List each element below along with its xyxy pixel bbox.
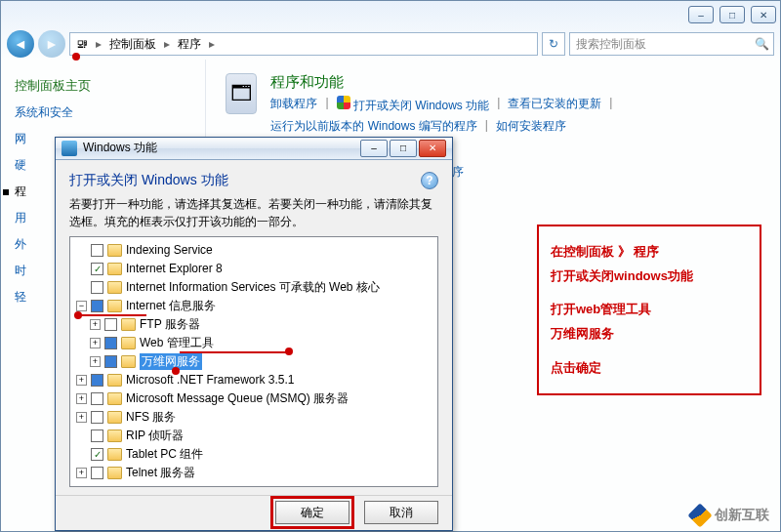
tree-node[interactable]: Tablet PC 组件 <box>72 445 435 464</box>
dialog-max-button[interactable]: □ <box>390 140 417 157</box>
tree-label: Internet 信息服务 <box>126 298 216 314</box>
checkbox[interactable] <box>91 244 103 257</box>
help-line: 点击确定 <box>551 356 748 381</box>
tree-label: Indexing Service <box>126 243 213 257</box>
checkbox[interactable] <box>104 355 117 368</box>
dialog-min-button[interactable]: – <box>360 140 388 157</box>
back-button[interactable]: ◄ <box>7 30 34 58</box>
tree-node[interactable]: +万维网服务 <box>72 352 435 371</box>
link-label: 打开或关闭 Windows 功能 <box>353 99 489 112</box>
checkbox[interactable] <box>91 300 103 312</box>
search-icon: 🔍 <box>755 37 769 51</box>
tree-node[interactable]: RIP 侦听器 <box>72 427 435 445</box>
cancel-button[interactable]: 取消 <box>364 501 438 524</box>
expand-icon[interactable]: + <box>90 319 101 330</box>
link-updates[interactable]: 查看已安装的更新 <box>508 96 601 114</box>
checkbox[interactable] <box>91 374 103 387</box>
main-max-button[interactable]: □ <box>719 6 745 23</box>
checkbox[interactable] <box>91 448 103 461</box>
shield-icon <box>337 96 350 109</box>
dialog-window-buttons: – □ ✕ <box>360 140 446 157</box>
link-toggle-features[interactable]: 打开或关闭 Windows 功能 <box>337 96 490 114</box>
tree-node[interactable]: +NFS 服务 <box>72 408 435 427</box>
dialog-title: Windows 功能 <box>83 140 354 156</box>
main-min-button[interactable]: – <box>688 6 714 23</box>
tree-node[interactable]: +Microsoft Message Queue (MSMQ) 服务器 <box>72 389 435 408</box>
annotation-dot <box>72 53 80 61</box>
link-howto[interactable]: 如何安装程序 <box>496 118 566 135</box>
checkbox[interactable] <box>104 318 117 331</box>
tree-label: Microsoft .NET Framework 3.5.1 <box>126 373 295 387</box>
expand-icon[interactable]: + <box>76 375 87 386</box>
address-bar[interactable]: 🖳 ▸ 控制面板 ▸ 程序 ▸ <box>69 32 538 56</box>
link-uninstall[interactable]: 卸载程序 <box>270 96 317 114</box>
collapse-icon[interactable]: − <box>76 301 87 311</box>
ok-button[interactable]: 确定 <box>275 501 349 524</box>
help-line: 打开或关闭windows功能 <box>551 265 748 289</box>
checkbox[interactable] <box>91 411 103 424</box>
dialog-buttons: 确定 取消 <box>56 495 452 530</box>
bullet-icon <box>3 189 9 195</box>
tree-label: 万维网服务 <box>140 353 202 370</box>
home-icon: 🖳 <box>76 37 88 51</box>
spacer <box>76 264 87 274</box>
expand-icon[interactable]: + <box>76 393 87 404</box>
help-line: 打开web管理工具 <box>551 298 748 322</box>
annotation-line <box>180 351 289 353</box>
main-close-button[interactable]: ✕ <box>751 6 776 23</box>
tree-node[interactable]: +Telnet 服务器 <box>72 464 435 482</box>
tree-node[interactable]: Indexing Service <box>72 241 435 260</box>
folder-icon <box>107 244 122 257</box>
forward-button[interactable]: ► <box>38 30 65 58</box>
sidebar-label: 程 <box>15 184 26 198</box>
checkbox[interactable] <box>91 263 103 275</box>
programs-icon: 🗔 <box>226 73 257 114</box>
nav-bar: ◄ ► 🖳 ▸ 控制面板 ▸ 程序 ▸ ↻ 搜索控制面板 🔍 <box>1 28 780 60</box>
spacer <box>76 449 87 460</box>
breadcrumb-root[interactable]: 控制面板 <box>109 36 156 53</box>
help-icon[interactable]: ? <box>421 172 438 189</box>
annotation-dot <box>172 367 180 375</box>
sidebar-item[interactable]: 系统和安全 <box>15 104 191 121</box>
annotation-ok-highlight: 确定 <box>270 496 354 529</box>
watermark-logo-icon <box>687 503 712 527</box>
tree-label: NFS 服务 <box>126 409 176 426</box>
checkbox[interactable] <box>91 430 103 442</box>
tree-label: Internet Explorer 8 <box>126 262 223 275</box>
breadcrumb-section[interactable]: 程序 <box>178 36 201 53</box>
crumb-sep: ▸ <box>96 37 102 51</box>
folder-icon <box>107 448 122 461</box>
sidebar-home[interactable]: 控制面板主页 <box>15 77 191 95</box>
expand-icon[interactable]: + <box>90 338 101 348</box>
tree-node[interactable]: Internet Information Services 可承载的 Web 核… <box>72 278 435 297</box>
features-tree[interactable]: Indexing ServiceInternet Explorer 8Inter… <box>69 236 438 487</box>
spacer <box>76 282 87 293</box>
tree-label: FTP 服务器 <box>140 316 200 333</box>
folder-icon <box>107 411 122 424</box>
refresh-button[interactable]: ↻ <box>542 32 565 56</box>
dialog-close-button[interactable]: ✕ <box>419 140 446 157</box>
search-input[interactable]: 搜索控制面板 🔍 <box>569 32 774 56</box>
tree-node[interactable]: −Internet 信息服务 <box>72 297 435 315</box>
tree-label: Internet Information Services 可承载的 Web 核… <box>126 279 380 296</box>
checkbox[interactable] <box>91 281 103 294</box>
checkbox[interactable] <box>104 337 117 349</box>
folder-icon <box>107 430 122 442</box>
tree-node[interactable]: Internet Explorer 8 <box>72 260 435 278</box>
checkbox[interactable] <box>91 467 103 479</box>
spacer <box>76 245 87 256</box>
checkbox[interactable] <box>91 392 103 405</box>
expand-icon[interactable]: + <box>76 412 87 423</box>
tree-node[interactable]: +Web 管理工具 <box>72 334 435 352</box>
crumb-sep: ▸ <box>209 37 215 51</box>
link-legacy[interactable]: 运行为以前版本的 Windows 编写的程序 <box>270 118 476 135</box>
folder-icon <box>121 355 136 368</box>
folder-icon <box>121 337 136 349</box>
expand-icon[interactable]: + <box>90 356 101 367</box>
dialog-titlebar[interactable]: Windows 功能 – □ ✕ <box>56 138 452 160</box>
tree-node[interactable]: +FTP 服务器 <box>72 315 435 334</box>
section-title[interactable]: 程序和功能 <box>270 73 760 92</box>
tree-node[interactable]: +Microsoft .NET Framework 3.5.1 <box>72 371 435 389</box>
expand-icon[interactable]: + <box>76 468 87 478</box>
section-header: 🗔 程序和功能 卸载程序| 打开或关闭 Windows 功能| 查看已安装的更新… <box>226 73 760 135</box>
